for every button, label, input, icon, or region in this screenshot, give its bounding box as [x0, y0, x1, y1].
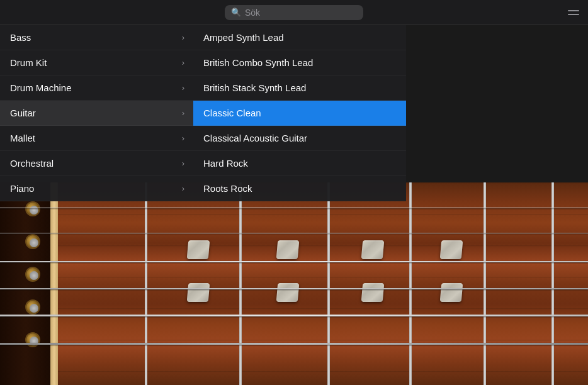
headstock	[0, 182, 52, 385]
string-6	[0, 343, 588, 345]
preset-item-roots-rock[interactable]: Roots Rock	[193, 176, 406, 201]
chevron-icon: ›	[182, 33, 184, 42]
fret-3	[327, 182, 330, 385]
string-5	[0, 315, 588, 316]
menu-button[interactable]	[568, 10, 579, 15]
chevron-icon: ›	[182, 83, 184, 92]
preset-item-hard-rock[interactable]: Hard Rock	[193, 151, 406, 176]
fret-6	[551, 182, 554, 385]
string-2	[0, 233, 588, 233]
categories-column: Bass › Drum Kit › Drum Machine › Guitar …	[0, 25, 193, 201]
menu-line-2	[568, 14, 579, 15]
sidebar-item-guitar[interactable]: Guitar ›	[0, 101, 193, 126]
tuning-peg-3	[25, 267, 40, 282]
sidebar-item-piano[interactable]: Piano ›	[0, 176, 193, 201]
dropdown-overlay: Bass › Drum Kit › Drum Machine › Guitar …	[0, 25, 406, 201]
tuning-peg-5	[25, 332, 40, 347]
chevron-icon: ›	[182, 133, 184, 143]
chevron-icon: ›	[182, 184, 184, 193]
search-placeholder: Sök	[245, 8, 260, 18]
fret-1	[145, 182, 147, 385]
preset-item-british-stack-synth-lead[interactable]: British Stack Synth Lead	[193, 75, 406, 101]
search-container[interactable]: 🔍 Sök	[225, 5, 363, 20]
preset-item-classic-clean[interactable]: Classic Clean	[193, 101, 406, 126]
chevron-icon: ›	[182, 58, 184, 67]
sidebar-item-drum-machine[interactable]: Drum Machine ›	[0, 75, 193, 101]
chevron-icon: ›	[182, 108, 184, 118]
tuning-peg-1	[25, 201, 40, 216]
fret-marker-7	[440, 240, 463, 259]
sidebar-item-mallet[interactable]: Mallet ›	[0, 126, 193, 151]
peg-screw	[30, 304, 38, 313]
fretboard-wood	[0, 182, 588, 385]
tuning-peg-4	[25, 299, 40, 315]
preset-item-british-combo-synth-lead[interactable]: British Combo Synth Lead	[193, 50, 406, 75]
guitar-nut	[50, 182, 58, 385]
tuning-peg-2	[25, 234, 40, 249]
peg-screw	[30, 271, 38, 280]
search-icon: 🔍	[231, 8, 241, 17]
preset-item-amped-synth-lead[interactable]: Amped Synth Lead	[193, 25, 406, 50]
chevron-icon: ›	[182, 159, 184, 168]
fret-2	[239, 182, 242, 385]
string-3	[0, 261, 588, 262]
fret-marker-4	[276, 283, 300, 302]
sidebar-item-drum-kit[interactable]: Drum Kit ›	[0, 50, 193, 75]
search-bar: 🔍 Sök	[0, 0, 588, 25]
fretboard[interactable]	[0, 182, 588, 385]
presets-column: Amped Synth Lead British Combo Synth Lea…	[193, 25, 406, 201]
string-4	[0, 288, 588, 289]
fret-marker-8	[440, 283, 463, 302]
peg-screw	[30, 238, 38, 247]
fret-marker-1	[187, 240, 210, 259]
string-1	[0, 208, 588, 208]
fret-marker-3	[276, 240, 300, 259]
fret-4	[409, 182, 412, 385]
fret-5	[483, 182, 486, 385]
fret-marker-6	[361, 283, 385, 302]
fret-marker-5	[361, 240, 385, 259]
sidebar-item-orchestral[interactable]: Orchestral ›	[0, 151, 193, 176]
fret-marker-2	[187, 283, 210, 302]
preset-item-classical-acoustic-guitar[interactable]: Classical Acoustic Guitar	[193, 126, 406, 151]
menu-line-1	[568, 10, 579, 11]
sidebar-item-bass[interactable]: Bass ›	[0, 25, 193, 50]
